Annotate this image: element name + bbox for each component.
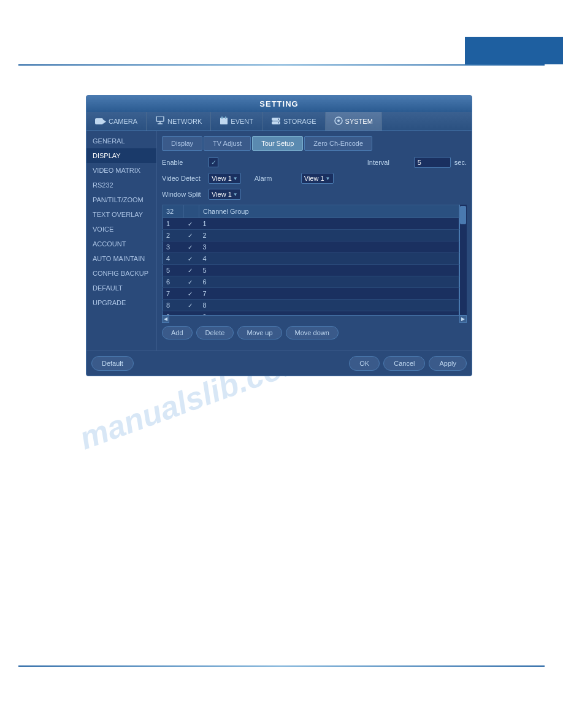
- row-label: 5: [199, 265, 459, 276]
- svg-rect-0: [95, 118, 103, 124]
- apply-button[interactable]: Apply: [429, 356, 467, 371]
- move-up-button[interactable]: Move up: [237, 326, 282, 339]
- tab-system[interactable]: SYSTEM: [326, 112, 382, 131]
- alarm-select[interactable]: View 1 ▼: [301, 173, 334, 184]
- default-button[interactable]: Default: [91, 356, 134, 371]
- sidebar-item-text-overlay[interactable]: TEXT OVERLAY: [86, 207, 156, 222]
- col-num: 32: [163, 205, 184, 218]
- svg-point-10: [278, 118, 279, 119]
- tab-storage[interactable]: STORAGE: [262, 112, 326, 131]
- table-row[interactable]: 8 ✓ 8: [163, 300, 459, 311]
- sidebar-item-video-matrix[interactable]: VIDEO MATRIX: [86, 163, 156, 178]
- table-row[interactable]: 6 ✓ 6: [163, 276, 459, 288]
- table-row[interactable]: 1 ✓ 1: [163, 218, 459, 230]
- tab-storage-label: STORAGE: [283, 118, 316, 125]
- bottom-right-buttons: OK Cancel Apply: [349, 356, 467, 371]
- nav-tabs: CAMERA NETWORK EVENT: [86, 112, 472, 131]
- row-checkbox[interactable]: ✓: [184, 230, 199, 241]
- row-checkbox[interactable]: ✓: [184, 241, 199, 253]
- bottom-divider: [18, 665, 545, 667]
- svg-rect-2: [156, 116, 164, 121]
- svg-rect-5: [220, 118, 228, 124]
- sidebar-item-default[interactable]: DEFAULT: [86, 281, 156, 295]
- interval-input[interactable]: [414, 157, 451, 168]
- svg-point-13: [337, 119, 340, 122]
- col-check: [184, 205, 199, 218]
- sub-tab-zero-ch-encode[interactable]: Zero Ch-Encode: [304, 136, 372, 151]
- sidebar-item-account[interactable]: ACCOUNT: [86, 237, 156, 251]
- table-row[interactable]: 7 ✓ 7: [163, 288, 459, 300]
- svg-marker-1: [103, 119, 106, 124]
- enable-label: Enable: [162, 159, 205, 166]
- hscroll-left-btn[interactable]: ◀: [162, 316, 169, 323]
- row-label: 8: [199, 300, 459, 311]
- sidebar: GENERAL DISPLAY VIDEO MATRIX RS232 PAN/T…: [86, 131, 157, 351]
- row-num: 2: [163, 230, 184, 241]
- alarm-value: View 1: [304, 175, 324, 182]
- row-num: 5: [163, 265, 184, 276]
- enable-checkbox[interactable]: ✓: [209, 157, 218, 167]
- tab-camera[interactable]: CAMERA: [86, 112, 147, 131]
- add-button[interactable]: Add: [162, 326, 193, 339]
- network-icon: [155, 116, 165, 126]
- alarm-label: Alarm: [255, 175, 297, 182]
- window-split-row: Window Split View 1 ▼: [162, 189, 467, 200]
- sidebar-item-voice[interactable]: VOICE: [86, 222, 156, 237]
- svg-point-11: [278, 122, 279, 123]
- tab-network[interactable]: NETWORK: [147, 112, 211, 131]
- row-num: 6: [163, 276, 184, 288]
- move-down-button[interactable]: Move down: [286, 326, 339, 339]
- action-buttons: Add Delete Move up Move down: [162, 326, 467, 339]
- window-split-select[interactable]: View 1 ▼: [209, 189, 241, 200]
- row-num: 8: [163, 300, 184, 311]
- content-panel: Display TV Adjust Tour Setup Zero Ch-Enc…: [157, 131, 472, 351]
- row-num: 1: [163, 218, 184, 230]
- sub-tab-tv-adjust[interactable]: TV Adjust: [204, 136, 251, 151]
- row-num: 7: [163, 288, 184, 300]
- row-checkbox[interactable]: ✓: [184, 265, 199, 276]
- sidebar-item-config-backup[interactable]: CONFIG BACKUP: [86, 266, 156, 281]
- row-num: 3: [163, 241, 184, 253]
- row-label: 2: [199, 230, 459, 241]
- interval-label: Interval: [367, 159, 410, 166]
- sidebar-item-general[interactable]: GENERAL: [86, 134, 156, 148]
- dialog-title: SETTING: [86, 96, 472, 112]
- tab-event[interactable]: EVENT: [211, 112, 262, 131]
- table-row[interactable]: 3 ✓ 3: [163, 241, 459, 253]
- sidebar-item-rs232[interactable]: RS232: [86, 178, 156, 192]
- row-label: 7: [199, 288, 459, 300]
- sub-tab-display[interactable]: Display: [162, 136, 202, 151]
- sidebar-item-auto-maintain[interactable]: AUTO MAINTAIN: [86, 251, 156, 266]
- sidebar-item-pan-tilt-zoom[interactable]: PAN/TILT/ZOOM: [86, 192, 156, 207]
- tab-event-label: EVENT: [231, 118, 253, 125]
- delete-button[interactable]: Delete: [196, 326, 234, 339]
- video-detect-value: View 1: [212, 175, 232, 182]
- dialog-body: GENERAL DISPLAY VIDEO MATRIX RS232 PAN/T…: [86, 131, 472, 351]
- hscroll-fill: [169, 316, 459, 322]
- row-checkbox[interactable]: ✓: [184, 300, 199, 311]
- row-label: 4: [199, 253, 459, 265]
- row-checkbox[interactable]: ✓: [184, 253, 199, 265]
- row-num: 4: [163, 253, 184, 265]
- table-row[interactable]: 4 ✓ 4: [163, 253, 459, 265]
- row-checkbox[interactable]: ✓: [184, 288, 199, 300]
- horizontal-scrollbar[interactable]: ◀ ▶: [162, 315, 467, 322]
- cancel-button[interactable]: Cancel: [383, 356, 425, 371]
- ok-button[interactable]: OK: [349, 356, 380, 371]
- sidebar-item-display[interactable]: DISPLAY: [86, 148, 156, 163]
- svg-rect-7: [225, 116, 226, 119]
- table-row[interactable]: 2 ✓ 2: [163, 230, 459, 241]
- event-icon: [220, 116, 228, 126]
- vertical-scrollbar[interactable]: [459, 205, 467, 315]
- sub-tab-tour-setup[interactable]: Tour Setup: [252, 136, 303, 151]
- video-detect-select[interactable]: View 1 ▼: [209, 173, 241, 184]
- row-checkbox[interactable]: ✓: [184, 276, 199, 288]
- hscroll-right-btn[interactable]: ▶: [459, 316, 467, 323]
- scrollbar-thumb: [460, 206, 466, 224]
- row-checkbox[interactable]: ✓: [184, 218, 199, 230]
- system-icon: [334, 116, 343, 126]
- table-row[interactable]: 5 ✓ 5: [163, 265, 459, 276]
- alarm-arrow: ▼: [326, 176, 331, 181]
- row-label: 6: [199, 276, 459, 288]
- sidebar-item-upgrade[interactable]: UPGRADE: [86, 295, 156, 310]
